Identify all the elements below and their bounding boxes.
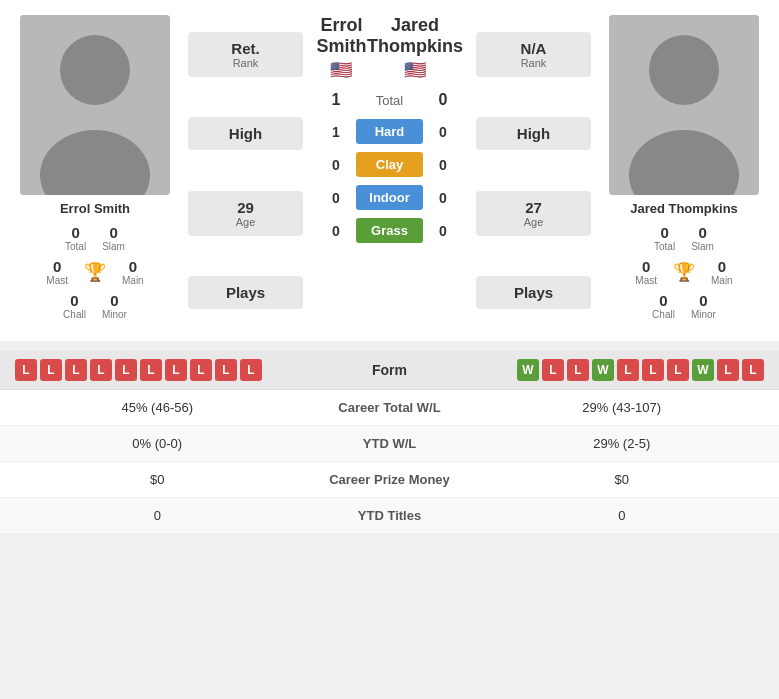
stats-row: 45% (46-56) Career Total W/L 29% (43-107…: [0, 390, 779, 426]
left-age-block: 29 Age: [188, 191, 303, 236]
left-player-card: Errol Smith 0 Total 0 Slam 0 Mast 🏆: [10, 15, 180, 326]
left-high-block: High: [188, 117, 303, 150]
right-player-name: Jared Thompkins: [630, 201, 738, 216]
form-badge-right: W: [592, 359, 614, 381]
left-trophy-icon: 🏆: [84, 258, 106, 286]
right-player-header: Jared Thompkins 🇺🇸: [367, 15, 463, 81]
left-mast-stat: 0 Mast: [46, 258, 68, 286]
form-badge-left: L: [140, 359, 162, 381]
right-flag: 🇺🇸: [404, 59, 426, 81]
left-chall-stat: 0 Chall: [63, 292, 86, 320]
surface-row: 0 Clay 0: [316, 152, 463, 177]
form-badge-left: L: [40, 359, 62, 381]
left-player-stats-block: 0 Total 0 Slam 0 Mast 🏆 0 Main: [10, 224, 180, 326]
form-row: LLLLLLLLLL Form WLLWLLLWLL: [0, 351, 779, 390]
left-plays-block: Plays: [188, 276, 303, 309]
right-chall-stat: 0 Chall: [652, 292, 675, 320]
right-total-stat: 0 Total: [654, 224, 675, 252]
right-slam-stat: 0 Slam: [691, 224, 714, 252]
form-badge-left: L: [15, 359, 37, 381]
form-badge-right: L: [567, 359, 589, 381]
surface-row: 1 Hard 0: [316, 119, 463, 144]
svg-point-1: [60, 35, 130, 105]
right-age-block: 27 Age: [476, 191, 591, 236]
right-mast-stat: 0 Mast: [635, 258, 657, 286]
right-player-card: Jared Thompkins 0 Total 0 Slam 0 Mast 🏆: [599, 15, 769, 326]
left-main-stat: 0 Main: [122, 258, 144, 286]
surface-row: 0 Indoor 0: [316, 185, 463, 210]
left-info-col: Ret. Rank High 29 Age Plays: [188, 15, 303, 326]
surface-row: 0 Grass 0: [316, 218, 463, 243]
form-badge-left: L: [65, 359, 87, 381]
form-label: Form: [330, 362, 450, 378]
form-badge-left: L: [190, 359, 212, 381]
left-flag: 🇺🇸: [330, 59, 352, 81]
form-badge-left: L: [165, 359, 187, 381]
left-player-avatar: [20, 15, 170, 195]
bottom-section: LLLLLLLLLL Form WLLWLLLWLL 45% (46-56) C…: [0, 351, 779, 534]
form-badge-left: L: [215, 359, 237, 381]
form-left: LLLLLLLLLL: [15, 359, 330, 381]
left-player-header: Errol Smith 🇺🇸: [316, 15, 367, 81]
left-slam-stat: 0 Slam: [102, 224, 125, 252]
form-badge-left: L: [240, 359, 262, 381]
form-badge-right: L: [667, 359, 689, 381]
left-total-stat: 0 Total: [65, 224, 86, 252]
form-badge-right: W: [517, 359, 539, 381]
right-player-avatar: [609, 15, 759, 195]
form-badge-left: L: [90, 359, 112, 381]
right-plays-block: Plays: [476, 276, 591, 309]
form-badge-right: L: [617, 359, 639, 381]
center-section: Errol Smith 🇺🇸 Jared Thompkins 🇺🇸 1 Tota…: [311, 15, 468, 326]
stats-row: $0 Career Prize Money $0: [0, 462, 779, 498]
right-rank-block: N/A Rank: [476, 32, 591, 77]
right-player-stats-block: 0 Total 0 Slam 0 Mast 🏆 0 Main: [599, 224, 769, 326]
form-badge-right: W: [692, 359, 714, 381]
right-minor-stat: 0 Minor: [691, 292, 716, 320]
stats-row: 0% (0-0) YTD W/L 29% (2-5): [0, 426, 779, 462]
left-rank-block: Ret. Rank: [188, 32, 303, 77]
form-badge-left: L: [115, 359, 137, 381]
form-badge-right: L: [717, 359, 739, 381]
right-trophy-icon: 🏆: [673, 258, 695, 286]
form-badge-right: L: [542, 359, 564, 381]
stats-row: 0 YTD Titles 0: [0, 498, 779, 534]
top-section: Errol Smith 0 Total 0 Slam 0 Mast 🏆: [0, 0, 779, 341]
left-player-name: Errol Smith: [60, 201, 130, 216]
form-badge-right: L: [642, 359, 664, 381]
total-row: 1 Total 0: [316, 91, 463, 109]
right-info-col: N/A Rank High 27 Age Plays: [476, 15, 591, 326]
svg-point-4: [649, 35, 719, 105]
right-main-stat: 0 Main: [711, 258, 733, 286]
form-right: WLLWLLLWLL: [450, 359, 765, 381]
form-badge-right: L: [742, 359, 764, 381]
right-high-block: High: [476, 117, 591, 150]
surface-rows: 1 Hard 0 0 Clay 0 0 Indoor 0 0 Grass 0: [316, 119, 463, 243]
left-minor-stat: 0 Minor: [102, 292, 127, 320]
stats-table: 45% (46-56) Career Total W/L 29% (43-107…: [0, 390, 779, 534]
